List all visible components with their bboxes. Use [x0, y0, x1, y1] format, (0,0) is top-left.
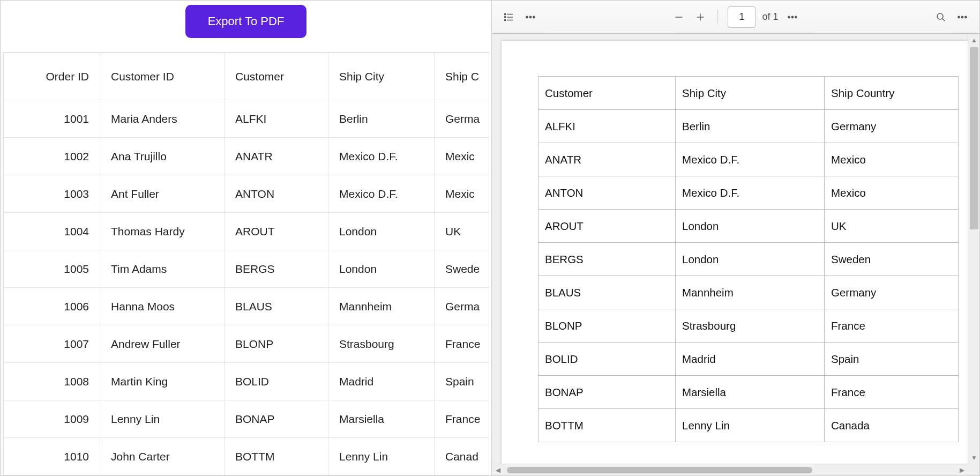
cell-customer-id: Maria Anders — [100, 100, 225, 138]
svg-point-2 — [504, 16, 505, 17]
cell-customer: BONAP — [225, 400, 328, 438]
table-row[interactable]: 1004Thomas HardyAROUTLondonUK — [4, 213, 490, 250]
cell-order-id: 1006 — [4, 288, 100, 325]
cell-order-id: 1002 — [4, 138, 100, 175]
cell-customer-id: Andrew Fuller — [100, 325, 225, 363]
cell-ship-city: Mexico D.F. — [328, 138, 435, 175]
cell-ship-city: Berlin — [328, 100, 435, 138]
cell-customer: ALFKI — [225, 100, 328, 138]
pdf-cell-customer: BONAP — [538, 376, 676, 409]
pdf-cell-ship-city: Strasbourg — [676, 309, 825, 343]
cell-ship-country: France — [435, 400, 490, 438]
cell-ship-city: Mannheim — [328, 288, 435, 325]
scroll-right-arrow-icon[interactable]: ▶ — [956, 464, 968, 475]
table-row[interactable]: 1005Tim AdamsBERGSLondonSwede — [4, 250, 490, 288]
search-icon[interactable] — [933, 10, 948, 25]
data-grid[interactable]: Order ID Customer ID Customer Ship City … — [3, 52, 489, 475]
table-row[interactable]: 1009Lenny LinBONAPMarsiellaFrance — [4, 400, 490, 438]
col-ship-city[interactable]: Ship City — [328, 53, 435, 100]
pdf-toolbar: of 1 — [492, 1, 979, 34]
table-row[interactable]: 1002Ana TrujilloANATRMexico D.F.Mexic — [4, 138, 490, 175]
table-row[interactable]: 1006Hanna MoosBLAUSMannheimGerma — [4, 288, 490, 325]
cell-customer-id: Thomas Hardy — [100, 213, 225, 250]
table-row[interactable]: 1010John CarterBOTTMLenny LinCanad — [4, 438, 490, 475]
horizontal-scroll-thumb[interactable] — [507, 467, 812, 473]
cell-customer-id: Hanna Moos — [100, 288, 225, 325]
cell-order-id: 1009 — [4, 400, 100, 438]
cell-order-id: 1007 — [4, 325, 100, 363]
pdf-cell-ship-city: Marsiella — [676, 376, 825, 409]
pdf-row: BOLIDMadridSpain — [538, 343, 959, 376]
col-ship-country[interactable]: Ship C — [435, 53, 490, 100]
pdf-cell-ship-country: Canada — [825, 409, 959, 442]
pdf-row: BERGSLondonSweden — [538, 243, 959, 276]
cell-ship-city: Strasbourg — [328, 325, 435, 363]
cell-ship-country: Germa — [435, 288, 490, 325]
cell-customer-id: Lenny Lin — [100, 400, 225, 438]
svg-point-15 — [937, 13, 943, 19]
pdf-cell-customer: BLONP — [538, 309, 676, 343]
pdf-header-row: Customer Ship City Ship Country — [538, 77, 959, 110]
col-customer[interactable]: Customer — [225, 53, 328, 100]
col-customer-id[interactable]: Customer ID — [100, 53, 225, 100]
table-row[interactable]: 1003Ant FullerANTONMexico D.F.Mexic — [4, 175, 490, 213]
pdf-cell-ship-city: Madrid — [676, 343, 825, 376]
zoom-out-icon[interactable] — [671, 10, 686, 25]
table-row[interactable]: 1001Maria AndersALFKIBerlinGerma — [4, 100, 490, 138]
cell-ship-city: London — [328, 213, 435, 250]
table-row[interactable]: 1008Martin KingBOLIDMadridSpain — [4, 363, 490, 400]
more-center-icon[interactable] — [785, 10, 800, 25]
grid-panel: Export To PDF Order ID Customer ID Custo… — [1, 1, 492, 475]
cell-order-id: 1005 — [4, 250, 100, 288]
toc-icon[interactable] — [502, 10, 517, 25]
more-left-icon[interactable] — [523, 10, 538, 25]
col-order-id[interactable]: Order ID — [4, 53, 100, 100]
pdf-table: Customer Ship City Ship Country ALFKIBer… — [538, 76, 959, 442]
cell-ship-country: Swede — [435, 250, 490, 288]
svg-point-18 — [961, 16, 963, 18]
cell-order-id: 1008 — [4, 363, 100, 400]
pdf-cell-ship-city: Mexico D.F. — [676, 143, 825, 176]
scroll-down-arrow-icon[interactable]: ▼ — [968, 452, 979, 464]
pdf-row: AROUTLondonUK — [538, 210, 959, 243]
cell-ship-country: Mexic — [435, 175, 490, 213]
pdf-row: BLONPStrasbourgFrance — [538, 309, 959, 343]
cell-ship-country: Germa — [435, 100, 490, 138]
cell-customer: BOLID — [225, 363, 328, 400]
pdf-row: ANTONMexico D.F.Mexico — [538, 176, 959, 210]
pdf-row: ANATRMexico D.F.Mexico — [538, 143, 959, 176]
svg-point-8 — [533, 16, 535, 18]
horizontal-scrollbar[interactable]: ◀ ▶ — [492, 464, 968, 475]
svg-point-6 — [526, 16, 528, 18]
export-to-pdf-button[interactable]: Export To PDF — [185, 5, 307, 38]
cell-customer-id: Ant Fuller — [100, 175, 225, 213]
pdf-cell-ship-city: Mannheim — [676, 276, 825, 309]
pdf-cell-customer: ANATR — [538, 143, 676, 176]
vertical-scrollbar[interactable]: ▲ ▼ — [968, 34, 979, 464]
cell-customer: BERGS — [225, 250, 328, 288]
cell-ship-country: Canad — [435, 438, 490, 475]
cell-ship-city: Mexico D.F. — [328, 175, 435, 213]
svg-point-19 — [965, 16, 967, 18]
more-right-icon[interactable] — [955, 10, 970, 25]
pdf-cell-customer: ANTON — [538, 176, 676, 210]
table-row[interactable]: 1007Andrew FullerBLONPStrasbourgFrance — [4, 325, 490, 363]
scroll-up-arrow-icon[interactable]: ▲ — [968, 34, 979, 46]
pdf-cell-ship-country: Sweden — [825, 243, 959, 276]
pdf-col-ship-city: Ship City — [676, 77, 825, 110]
cell-customer: AROUT — [225, 213, 328, 250]
cell-customer-id: Ana Trujillo — [100, 138, 225, 175]
pdf-viewport[interactable]: Customer Ship City Ship Country ALFKIBer… — [492, 34, 979, 475]
export-wrap: Export To PDF — [1, 1, 491, 52]
pdf-cell-ship-city: Lenny Lin — [676, 409, 825, 442]
scroll-left-arrow-icon[interactable]: ◀ — [492, 464, 504, 475]
zoom-in-icon[interactable] — [693, 10, 708, 25]
cell-ship-country: UK — [435, 213, 490, 250]
page-number-input[interactable] — [728, 6, 755, 28]
svg-point-7 — [529, 16, 531, 18]
svg-point-4 — [504, 19, 505, 20]
svg-point-13 — [791, 16, 793, 18]
vertical-scroll-thumb[interactable] — [970, 47, 978, 229]
cell-order-id: 1004 — [4, 213, 100, 250]
cell-ship-country: Spain — [435, 363, 490, 400]
